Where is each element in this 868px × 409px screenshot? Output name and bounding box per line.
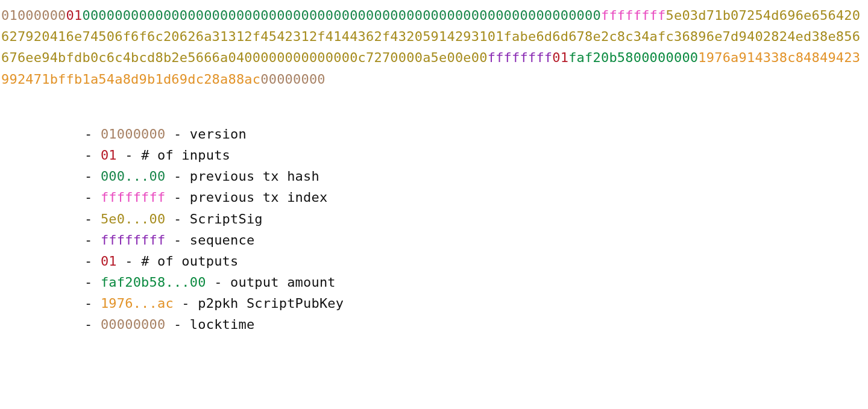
hex-version: 01000000 [1,8,66,23]
legend-token: 5e0...00 [101,211,166,226]
legend-row: - 01000000 - version [84,123,868,145]
legend-token: 01000000 [101,126,166,142]
legend-desc: p2pkh ScriptPubKey [198,296,344,311]
legend-desc: previous tx index [190,190,328,205]
legend-desc: # of inputs [141,148,230,163]
hex-num-inputs: 01 [66,8,83,23]
separator-dash: - [165,211,189,226]
separator-dash: - [165,126,189,142]
bullet-dash: - [84,148,101,163]
legend-row: - ffffffff - sequence [84,229,868,251]
bullet-dash: - [84,126,101,142]
bullet-dash: - [84,254,101,269]
legend-row: - 01 - # of inputs [84,145,868,166]
separator-dash: - [165,190,189,205]
bullet-dash: - [84,275,101,290]
legend-desc: previous tx hash [190,169,319,184]
legend-desc: sequence [190,233,255,248]
bullet-dash: - [84,190,101,205]
hex-prev-tx-hash: 0000000000000000000000000000000000000000… [82,8,601,23]
hex-dump: 0100000001000000000000000000000000000000… [0,0,868,90]
legend-token: ffffffff [101,233,166,248]
legend-desc: ScriptSig [190,211,263,226]
legend-list: - 01000000 - version - 01 - # of inputs … [0,123,868,336]
legend-row: - 00000000 - locktime [84,314,868,335]
separator-dash: - [117,254,141,269]
legend-desc: output amount [230,275,336,290]
hex-num-outputs: 01 [552,50,568,65]
hex-output-amount: faf20b5800000000 [568,50,698,65]
bullet-dash: - [84,233,101,248]
legend-desc: locktime [190,317,255,332]
bullet-dash: - [84,169,101,184]
legend-token: 000...00 [101,169,166,184]
bullet-dash: - [84,211,101,226]
separator-dash: - [165,169,189,184]
legend-row: - 01 - # of outputs [84,251,868,272]
separator-dash: - [165,317,189,332]
legend-row: - ffffffff - previous tx index [84,187,868,208]
hex-sequence: ffffffff [488,50,553,65]
legend-token: 00000000 [101,317,166,332]
legend-token: 1976...ac [101,296,174,311]
separator-dash: - [117,148,141,163]
separator-dash: - [165,233,189,248]
legend-desc: # of outputs [141,254,238,269]
legend-token: 01 [101,148,117,163]
hex-prev-tx-index: ffffffff [601,8,666,23]
separator-dash: - [174,296,198,311]
legend-token: ffffffff [101,190,166,205]
bullet-dash: - [84,317,101,332]
separator-dash: - [206,275,230,290]
legend-row: - faf20b58...00 - output amount [84,272,868,293]
legend-token: faf20b58...00 [101,275,206,290]
hex-locktime: 00000000 [260,72,326,87]
bullet-dash: - [84,296,101,311]
legend-row: - 000...00 - previous tx hash [84,166,868,187]
legend-row: - 1976...ac - p2pkh ScriptPubKey [84,293,868,314]
legend-row: - 5e0...00 - ScriptSig [84,208,868,229]
legend-token: 01 [101,254,117,269]
legend-desc: version [190,126,247,142]
